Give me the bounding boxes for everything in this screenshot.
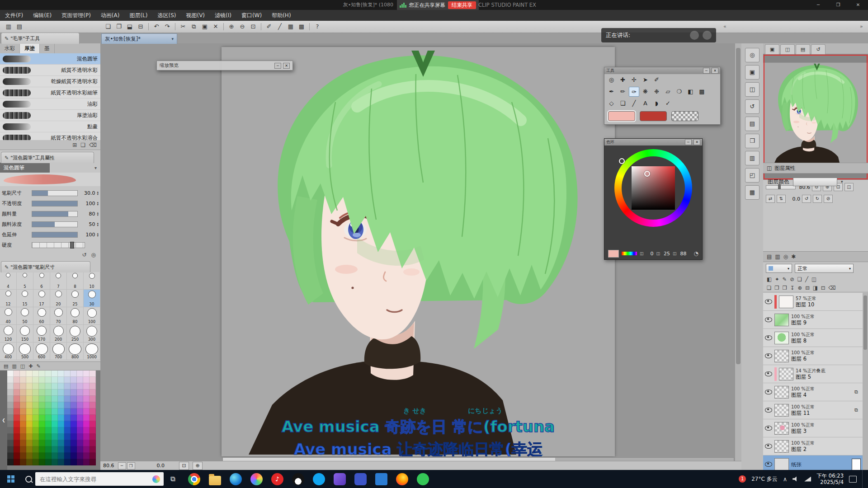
show-ruler-icon[interactable]: ╱ (805, 276, 808, 282)
palette-color[interactable] (14, 408, 20, 415)
brush-size-800[interactable]: 800 (67, 343, 84, 360)
qq-icon[interactable] (292, 473, 304, 485)
palette-color[interactable] (20, 377, 26, 383)
vertical-scrollbar-thumb[interactable] (736, 48, 741, 364)
reset-icon[interactable]: ↺ (82, 252, 86, 258)
palette-color[interactable] (33, 421, 39, 427)
ruler-tool-icon[interactable]: ╱ (629, 99, 639, 108)
action-center-icon[interactable] (849, 476, 857, 483)
palette-color[interactable] (52, 453, 58, 459)
brush-size-700[interactable]: 700 (50, 343, 67, 360)
palette-color[interactable] (14, 421, 20, 427)
palette-color[interactable] (71, 440, 77, 446)
palette-color[interactable] (71, 421, 77, 427)
transfer-to-lower-icon[interactable]: ↧ (790, 285, 795, 291)
palette-color[interactable] (90, 371, 96, 377)
palette-color[interactable] (26, 453, 33, 459)
layer-scrollbar-thumb[interactable] (863, 296, 867, 350)
palette-color[interactable] (83, 402, 90, 408)
palette-color[interactable] (52, 389, 58, 396)
layer-row[interactable]: 100 %正常图层 6 (763, 347, 863, 365)
palette-color[interactable] (77, 434, 83, 440)
palette-color[interactable] (26, 377, 33, 383)
palette-color[interactable] (20, 459, 26, 465)
brush-item[interactable]: 點畫 (0, 121, 100, 132)
tool-property-panel-tab[interactable]: ✎ "混色圓筆"工具屬性 (1, 152, 94, 163)
palette-color[interactable] (45, 446, 52, 453)
close-button[interactable]: ✕ (848, 0, 868, 10)
palette-color[interactable] (7, 446, 14, 453)
palette-color[interactable] (58, 453, 64, 459)
palette-color[interactable] (26, 371, 33, 377)
purple-app-icon[interactable] (334, 473, 346, 485)
print-icon[interactable]: ⊟ (136, 22, 146, 31)
zoom-tool-icon[interactable]: ◎ (606, 75, 617, 85)
spin-down-icon[interactable]: ▾ (97, 204, 99, 206)
quick-access-icon[interactable]: ◎ (745, 48, 760, 62)
palette-color[interactable] (14, 396, 20, 402)
show-desktop-button[interactable] (862, 470, 865, 488)
clip-to-layer-below-icon[interactable]: ❑ (797, 276, 802, 282)
tool-palette-titlebar[interactable]: 工具 ─ ✕ (604, 67, 720, 74)
palette-color[interactable] (39, 427, 45, 434)
brush-size-7[interactable]: 7 (50, 272, 67, 290)
palette-color[interactable] (45, 389, 52, 396)
layer-row[interactable]: 100 %正常图层 11⧉ (763, 401, 863, 419)
hardness-slider[interactable] (32, 242, 85, 248)
palette-color[interactable] (71, 377, 77, 383)
visibility-eye-icon[interactable] (765, 444, 772, 449)
palette-color[interactable] (45, 453, 52, 459)
palette-color[interactable] (39, 415, 45, 421)
layer-row[interactable]: 14 %正片叠底图层 5 (763, 365, 863, 383)
palette-color[interactable] (64, 389, 71, 396)
snap-to-grid-icon[interactable]: ▦ (286, 22, 296, 31)
text-tool-icon[interactable]: A (640, 99, 651, 108)
palette-color[interactable] (83, 446, 90, 453)
palette-color[interactable] (39, 396, 45, 402)
palette-color[interactable] (52, 446, 58, 453)
brush-size-500[interactable]: 500 (17, 343, 33, 360)
palette-color[interactable] (83, 383, 90, 389)
brush-size-150[interactable]: 150 (17, 325, 33, 343)
palette-color[interactable] (52, 415, 58, 421)
layer-row[interactable]: 100 %正常图层 4⧉ (763, 383, 863, 401)
palette-color[interactable] (77, 415, 83, 421)
palette-color[interactable] (71, 415, 77, 421)
palette-color[interactable] (71, 383, 77, 389)
palette-color[interactable] (90, 440, 96, 446)
sub-color-swatch[interactable] (640, 111, 667, 121)
saturation-value-square[interactable] (632, 166, 675, 210)
palette-color[interactable] (14, 389, 20, 396)
palette-color[interactable] (77, 371, 83, 377)
menu-item-2[interactable]: 页面管理(P) (57, 10, 96, 21)
brush-item[interactable]: 紙質不透明水彩溶合 (0, 132, 100, 140)
delete-subtool-icon[interactable]: ⌫ (89, 142, 97, 148)
current-color-chip[interactable] (608, 250, 619, 258)
open-file-icon[interactable]: ❐ (114, 22, 124, 31)
palette-color[interactable] (39, 459, 45, 465)
layer-palette-combo[interactable]: ▾ (766, 264, 792, 273)
undo-icon[interactable]: ↶ (151, 22, 161, 31)
palette-color[interactable] (45, 383, 52, 389)
fill-tool-icon[interactable]: ◧ (685, 87, 696, 97)
brush-size-80[interactable]: 80 (67, 307, 84, 325)
brush-size-50[interactable]: 50 (17, 307, 33, 325)
palette-color[interactable] (20, 421, 26, 427)
palette-color[interactable] (39, 446, 45, 453)
palette-color[interactable] (39, 389, 45, 396)
palette-color[interactable] (83, 396, 90, 402)
layer-row[interactable]: 纸张 (763, 455, 863, 470)
spectrum-strip[interactable] (622, 252, 637, 255)
palette-color[interactable] (7, 389, 14, 396)
brush-size-4[interactable]: 4 (0, 272, 17, 290)
gradient-tool-icon[interactable]: ▩ (697, 87, 707, 97)
paste-icon[interactable]: ▣ (200, 22, 210, 31)
palette-color[interactable] (77, 408, 83, 415)
hardness-thumb[interactable] (70, 242, 74, 249)
brush-item[interactable]: 紙質不透明水彩 (0, 65, 100, 76)
brush-size-30[interactable]: 30 (84, 290, 100, 307)
palette-color[interactable] (26, 415, 33, 421)
palette-color[interactable] (64, 383, 71, 389)
reset-rotation-icon[interactable]: ⊘ (824, 195, 833, 203)
brush-size-400[interactable]: 400 (0, 343, 17, 360)
